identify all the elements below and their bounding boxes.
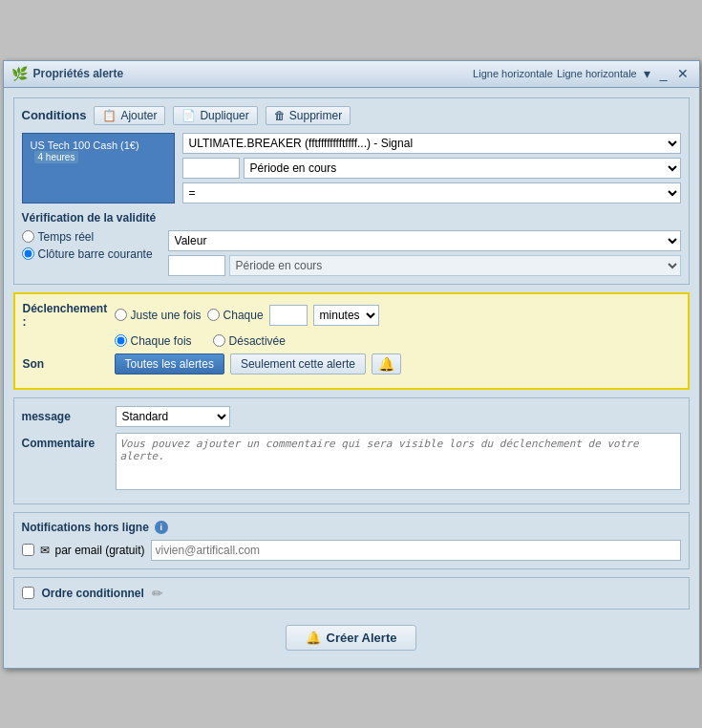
validity-title: Vérification de la validité — [22, 211, 681, 225]
trigger-row2: Chaque fois Désactivée — [23, 334, 680, 348]
validity-period-input[interactable]: 1 — [168, 255, 225, 276]
pencil-icon[interactable]: ✏ — [152, 586, 163, 601]
operator-row: = — [182, 182, 681, 203]
message-select[interactable]: Standard — [116, 406, 230, 427]
sound-label: Son — [23, 357, 109, 371]
minimize-icon[interactable]: _ — [657, 66, 670, 81]
create-alert-button[interactable]: 🔔 Créer Alerte — [286, 625, 417, 651]
trigger-row: Déclenchement : Juste une fois Chaque 30… — [23, 302, 680, 329]
radio-each-time[interactable]: Chaque fois — [115, 334, 192, 348]
validity-section: Vérification de la validité Temps réel C… — [22, 211, 681, 276]
radio-disabled-input[interactable] — [213, 334, 225, 347]
notifications-section: Notifications hors ligne i ✉ par email (… — [13, 512, 690, 569]
notif-title: Notifications hors ligne — [22, 521, 149, 534]
add-icon: 📋 — [102, 109, 117, 122]
dropdown-icon[interactable]: ▾ — [641, 66, 653, 81]
sound-icon-button[interactable]: 🔔 — [372, 353, 401, 375]
radio-once[interactable]: Juste une fois — [115, 309, 202, 322]
order-section: Ordre conditionnel ✏ — [13, 577, 690, 610]
indicator-select[interactable]: ULTIMATE.BREAKER (fftfffffffftffff...) -… — [182, 133, 681, 154]
duplicate-button[interactable]: 📄 Dupliquer — [173, 106, 257, 125]
conditions-body: US Tech 100 Cash (1€) 4 heures ULTIMATE.… — [22, 133, 681, 203]
all-alerts-button[interactable]: Toutes les alertes — [115, 353, 224, 375]
conditions-fields: ULTIMATE.BREAKER (fftfffffffftffff...) -… — [182, 133, 681, 203]
conditions-header: Conditions 📋 Ajouter 📄 Dupliquer 🗑 Suppr… — [22, 106, 681, 125]
email-icon: ✉ — [40, 544, 50, 557]
period-input[interactable]: 0 — [182, 158, 240, 179]
spin-input[interactable]: 30 — [269, 305, 308, 326]
comment-textarea[interactable] — [116, 433, 681, 490]
main-window: 🌿 Propriétés alerte Ligne horizontale Li… — [3, 60, 700, 669]
trigger-options2: Chaque fois Désactivée — [115, 334, 286, 348]
bell-icon: 🔔 — [306, 631, 321, 645]
trigger-label: Déclenchement : — [23, 302, 109, 329]
period-row: 0 Période en cours — [182, 158, 681, 179]
message-label: message — [22, 410, 108, 423]
comment-row: Commentaire — [22, 433, 681, 490]
title-bar: 🌿 Propriétés alerte Ligne horizontale Li… — [4, 61, 699, 88]
notif-header: Notifications hors ligne i — [22, 521, 681, 534]
title-bar-left: 🌿 Propriétés alerte — [11, 66, 124, 81]
radio-each-input[interactable] — [207, 309, 220, 321]
validity-body: Temps réel Clôture barre courante Valeur — [22, 230, 681, 276]
comment-label: Commentaire — [22, 433, 108, 450]
radio-realtime-input[interactable] — [22, 230, 34, 243]
footer: 🔔 Créer Alerte — [13, 617, 690, 658]
close-icon[interactable]: ✕ — [674, 66, 691, 81]
radio-realtime[interactable]: Temps réel — [22, 230, 153, 244]
item-tag: 4 heures — [34, 151, 79, 163]
validity-period-select[interactable]: Période en cours — [229, 255, 681, 276]
indicator-row: ULTIMATE.BREAKER (fftfffffffftffff...) -… — [182, 133, 681, 154]
app-icon: 🌿 — [11, 66, 28, 81]
email-input[interactable] — [151, 540, 681, 561]
period-select[interactable]: Période en cours — [244, 158, 681, 179]
info-icon[interactable]: i — [155, 521, 168, 534]
message-row: message Standard — [22, 406, 681, 427]
time-unit-select[interactable]: minutes — [313, 305, 379, 326]
radio-close-input[interactable] — [22, 247, 34, 260]
list-item[interactable]: US Tech 100 Cash (1€) 4 heures — [27, 138, 170, 165]
message-section: message Standard Commentaire — [13, 397, 690, 504]
conditions-list[interactable]: US Tech 100 Cash (1€) 4 heures — [22, 133, 175, 203]
content-area: Conditions 📋 Ajouter 📄 Dupliquer 🗑 Suppr… — [4, 88, 699, 668]
operator-select[interactable]: = — [182, 182, 681, 203]
line-type-text: Ligne horizontale — [557, 68, 637, 79]
radio-close[interactable]: Clôture barre courante — [22, 247, 153, 261]
radio-each[interactable]: Chaque — [207, 309, 264, 322]
conditions-title: Conditions — [22, 108, 87, 122]
email-checkbox[interactable] — [22, 544, 34, 556]
notif-email-row: ✉ par email (gratuit) — [22, 540, 681, 561]
this-alert-button[interactable]: Seulement cette alerte — [230, 353, 366, 375]
sound-icon: 🔔 — [378, 356, 394, 372]
radio-disabled[interactable]: Désactivée — [213, 334, 286, 348]
sound-row: Son Toutes les alertes Seulement cette a… — [23, 353, 680, 375]
value-select[interactable]: Valeur — [168, 230, 681, 251]
duplicate-icon: 📄 — [181, 109, 196, 122]
window-title: Propriétés alerte — [33, 67, 124, 80]
value-row: Valeur — [168, 230, 681, 251]
delete-button[interactable]: 🗑 Supprimer — [266, 106, 351, 125]
trigger-options: Juste une fois Chaque 30 minutes — [115, 305, 379, 326]
order-checkbox[interactable] — [22, 587, 34, 599]
validity-radio-group: Temps réel Clôture barre courante — [22, 230, 153, 276]
radio-each-time-input[interactable] — [115, 334, 127, 347]
conditions-section: Conditions 📋 Ajouter 📄 Dupliquer 🗑 Suppr… — [13, 97, 690, 285]
validity-fields: Valeur 1 Période en cours — [168, 230, 681, 276]
radio-once-input[interactable] — [115, 309, 127, 321]
trigger-section: Déclenchement : Juste une fois Chaque 30… — [13, 292, 690, 390]
title-bar-right: Ligne horizontale Ligne horizontale ▾ _ … — [473, 66, 691, 81]
line-type-label: Ligne horizontale — [473, 68, 553, 79]
order-label: Ordre conditionnel — [42, 587, 144, 600]
validity-period-row: 1 Période en cours — [168, 255, 681, 276]
trash-icon: 🗑 — [274, 109, 286, 122]
add-button[interactable]: 📋 Ajouter — [94, 106, 165, 125]
email-label: par email (gratuit) — [55, 544, 145, 557]
